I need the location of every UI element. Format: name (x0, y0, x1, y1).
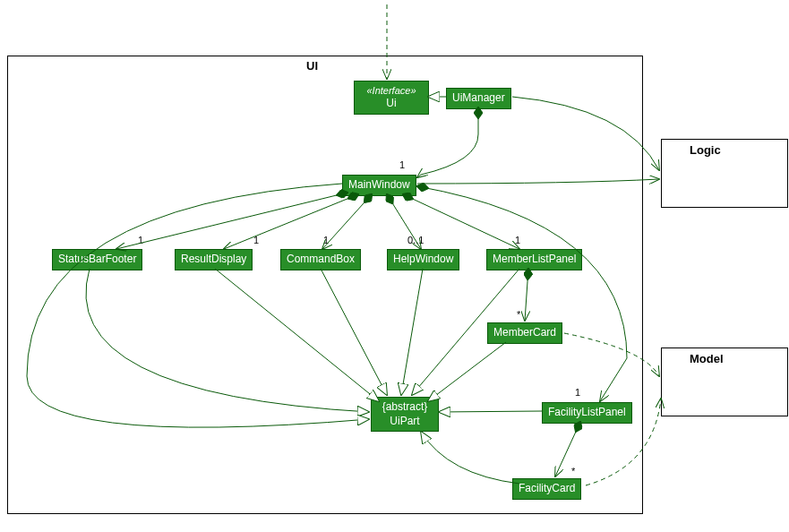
class-ui-name: Ui (360, 97, 423, 111)
class-helpwindow: HelpWindow (387, 249, 459, 270)
class-mainwindow: MainWindow (342, 175, 416, 196)
class-uipart-name: UiPart (377, 415, 433, 429)
mult-statusbarfooter: 1 (138, 235, 143, 245)
mult-helpwindow: 0..1 (407, 235, 424, 245)
mult-facilitycard: * (571, 466, 575, 476)
package-ui-label: UI (306, 59, 318, 73)
class-facilitycard: FacilityCard (512, 478, 581, 500)
class-memberlistpanel: MemberListPanel (486, 249, 582, 270)
stereotype-abstract: {abstract} (377, 400, 433, 415)
mult-commandbox: 1 (323, 235, 329, 245)
class-uipart: {abstract} UiPart (371, 397, 439, 432)
package-logic-label: Logic (690, 143, 721, 157)
package-logic (661, 139, 788, 208)
mult-mainwindow: 1 (399, 159, 405, 170)
class-resultdisplay: ResultDisplay (175, 249, 253, 270)
package-model-label: Model (690, 352, 724, 365)
stereotype-interface: «Interface» (360, 84, 423, 97)
package-model (661, 348, 788, 416)
class-commandbox: CommandBox (280, 249, 361, 270)
class-statusbarfooter: StatusBarFooter (52, 249, 142, 270)
mult-membercard: * (517, 309, 520, 320)
mult-facilitylistpanel: 1 (575, 387, 580, 398)
class-uimanager: UiManager (446, 88, 511, 109)
class-membercard: MemberCard (487, 322, 562, 344)
package-ui (7, 56, 643, 514)
mult-resultdisplay: 1 (253, 235, 259, 245)
class-facilitylistpanel: FacilityListPanel (542, 402, 632, 424)
class-ui-interface: «Interface» Ui (354, 81, 429, 115)
mult-memberlistpanel: 1 (515, 235, 520, 245)
